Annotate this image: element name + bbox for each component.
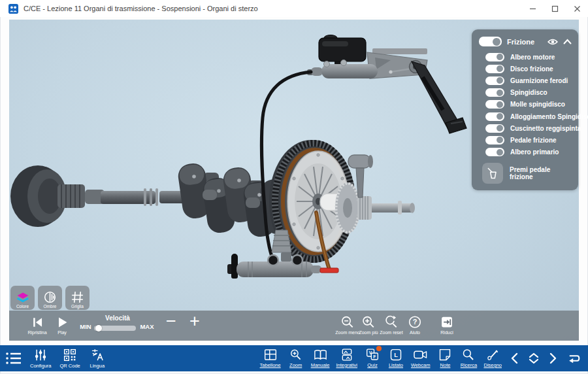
close-button[interactable] bbox=[566, 0, 588, 17]
panel-title: Frizione bbox=[507, 38, 542, 46]
nav-expand-button[interactable] bbox=[528, 352, 540, 364]
close-icon bbox=[574, 5, 581, 12]
layer-row: Guarnizione ferodi bbox=[476, 75, 574, 86]
board-grid-icon bbox=[264, 348, 277, 361]
drawing-button[interactable]: Disegno bbox=[483, 348, 502, 368]
shadows-icon bbox=[44, 291, 56, 303]
zoom-out-icon bbox=[340, 315, 354, 329]
quiz-notification-badge bbox=[376, 346, 382, 351]
svg-text:F: F bbox=[373, 354, 376, 359]
layer-row: Alloggiamento Spingidisco bbox=[476, 110, 574, 122]
layer-row: Albero primario bbox=[476, 146, 574, 158]
layer-row: Pedale frizione bbox=[476, 134, 574, 146]
toggle-frizione[interactable] bbox=[479, 37, 502, 46]
supplements-button[interactable]: Integrativi bbox=[336, 348, 357, 368]
layer-row: Molle spingidisco bbox=[476, 99, 574, 110]
toggle-pedale-frizione[interactable] bbox=[485, 136, 504, 144]
menu-list-icon bbox=[5, 351, 22, 366]
toggle-guarnizione-ferodi[interactable] bbox=[485, 76, 504, 85]
nav-previous-button[interactable] bbox=[510, 352, 518, 364]
speed-increase-button[interactable]: + bbox=[189, 313, 200, 330]
search-button[interactable]: Ricerca bbox=[460, 348, 477, 368]
zoom-plus-icon bbox=[289, 348, 302, 361]
speed-title: Velocità bbox=[105, 314, 130, 322]
model-clutch-pedal[interactable] bbox=[307, 35, 466, 134]
toggle-disco-frizione[interactable] bbox=[485, 65, 504, 73]
layer-label: Pedale frizione bbox=[510, 137, 557, 144]
speed-min-label: MIN bbox=[80, 323, 91, 330]
pen-drawing-icon bbox=[486, 348, 499, 361]
maximize-button[interactable] bbox=[544, 0, 566, 17]
restart-button[interactable]: Ripristina bbox=[27, 316, 46, 335]
layer-row: Spingidisco bbox=[476, 87, 574, 99]
quiz-button[interactable]: V F Quiz bbox=[364, 348, 381, 368]
press-pedal-icon bbox=[486, 167, 499, 180]
qr-code-button[interactable]: QR Code bbox=[60, 348, 80, 369]
panel-header: Frizione bbox=[476, 35, 574, 51]
configure-button[interactable]: Configura bbox=[30, 348, 52, 369]
eye-icon[interactable] bbox=[547, 38, 558, 46]
layers-panel: Frizione Albero motore Disco frizione Gu… bbox=[472, 29, 578, 190]
taskbar-nav-group bbox=[510, 352, 581, 364]
grid-button[interactable]: Griglia bbox=[65, 286, 90, 310]
speed-slider-knob[interactable] bbox=[95, 325, 102, 332]
layer-label: Albero primario bbox=[510, 148, 559, 156]
collapse-chevron-icon[interactable] bbox=[563, 39, 572, 44]
toggle-albero-primario[interactable] bbox=[485, 148, 504, 156]
language-button[interactable]: Lingua bbox=[89, 348, 106, 369]
board-button[interactable]: Tabellone bbox=[260, 348, 281, 368]
layer-label: Alloggiamento Spingidisco bbox=[510, 113, 588, 120]
toggle-molle-spingidisco[interactable] bbox=[485, 100, 504, 109]
layer-label: Cuscinetto reggispinta bbox=[510, 125, 581, 132]
layer-label: Molle spingidisco bbox=[510, 101, 565, 108]
chevrons-up-down-icon bbox=[528, 352, 540, 364]
nav-next-button[interactable] bbox=[549, 352, 557, 364]
zoom-out-button[interactable]: Zoom meno bbox=[335, 315, 359, 335]
back-return-button[interactable] bbox=[567, 352, 581, 364]
toggle-alloggiamento-spingidisco[interactable] bbox=[485, 112, 504, 121]
tool-label: Ombre bbox=[44, 304, 57, 309]
help-icon: ? bbox=[408, 315, 422, 329]
toggle-albero-motore[interactable] bbox=[485, 53, 504, 61]
main-menu-button[interactable] bbox=[5, 351, 22, 366]
speed-decrease-button[interactable]: − bbox=[166, 313, 176, 330]
toggle-spingidisco[interactable] bbox=[485, 88, 504, 97]
reduce-button[interactable]: Riduci bbox=[440, 315, 454, 335]
speed-slider[interactable] bbox=[94, 326, 136, 331]
color-button[interactable]: Colore bbox=[10, 286, 35, 310]
minimize-button[interactable] bbox=[521, 0, 544, 17]
zoom-in-button[interactable]: Zoom più bbox=[359, 315, 378, 335]
playback-control-bar: Ripristina Play Velocità MIN MAX − + Zoo… bbox=[9, 311, 579, 341]
zoom-reset-icon bbox=[385, 315, 399, 329]
return-arrow-icon bbox=[567, 352, 581, 364]
press-pedal-button[interactable] bbox=[482, 163, 503, 184]
notes-button[interactable]: Note bbox=[436, 348, 453, 368]
play-button[interactable]: Play bbox=[56, 316, 69, 335]
translate-icon bbox=[91, 348, 104, 362]
title-bar: C/CE - Lezione 11 Organi di trasmissione… bbox=[0, 0, 588, 17]
zoom-tool-button[interactable]: Zoom bbox=[287, 348, 304, 368]
listing-button[interactable]: L Listato bbox=[387, 348, 404, 368]
manual-button[interactable]: Manuale bbox=[311, 348, 330, 368]
panel-action-row: Premi pedale frizione bbox=[476, 163, 574, 184]
model-crankshaft[interactable] bbox=[10, 162, 301, 238]
layer-row: Disco frizione bbox=[476, 63, 574, 75]
zoom-reset-button[interactable]: Zoom reset bbox=[380, 315, 402, 335]
book-icon bbox=[314, 348, 327, 361]
window-title: C/CE - Lezione 11 Organi di trasmissione… bbox=[24, 5, 258, 12]
tool-label: Griglia bbox=[71, 304, 84, 309]
note-page-icon bbox=[438, 348, 451, 361]
shadows-button[interactable]: Ombre bbox=[38, 286, 62, 310]
toggle-cuscinetto-reggispinta[interactable] bbox=[485, 124, 504, 133]
chevron-right-icon bbox=[549, 352, 557, 364]
help-button[interactable]: ? Aiuto bbox=[408, 315, 422, 335]
svg-text:?: ? bbox=[413, 318, 417, 326]
reduce-icon bbox=[440, 315, 454, 329]
play-icon bbox=[56, 316, 69, 329]
3d-viewport[interactable]: Frizione Albero motore Disco frizione Gu… bbox=[9, 20, 579, 341]
webcam-button[interactable]: Webcam bbox=[411, 348, 430, 368]
layer-label: Albero motore bbox=[510, 54, 555, 61]
images-stack-icon bbox=[340, 348, 353, 361]
speed-max-label: MAX bbox=[140, 323, 154, 330]
scene-tools: Colore Ombre Griglia bbox=[10, 286, 90, 310]
